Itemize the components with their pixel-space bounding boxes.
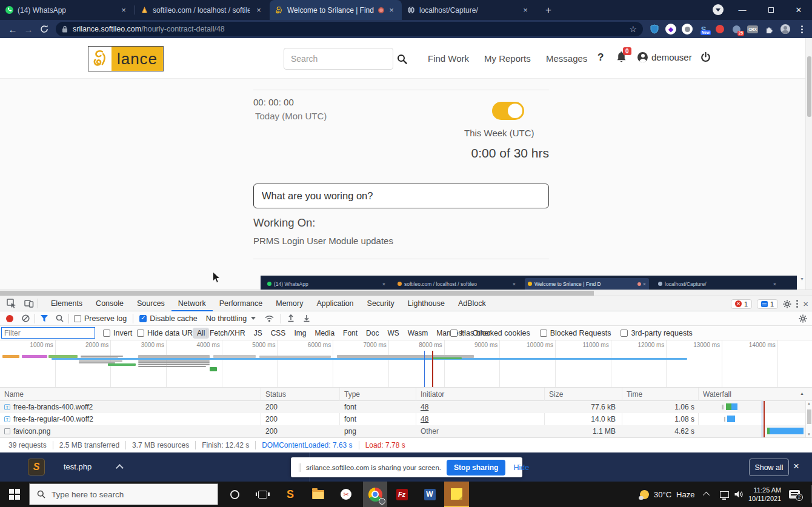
devtools-tab-adblock[interactable]: AdBlock <box>451 296 493 311</box>
volume-tray-button[interactable] <box>734 482 744 507</box>
tab-whatsapp[interactable]: (14) WhatsApp <box>0 0 135 20</box>
sort-asc-icon[interactable]: ▲ <box>800 391 804 396</box>
tab-close-icon[interactable] <box>521 5 530 15</box>
close-shelf-icon[interactable] <box>793 460 799 472</box>
gray-extension-icon[interactable] <box>682 24 693 35</box>
filter-type-fetch-xhr[interactable]: Fetch/XHR <box>210 329 245 337</box>
filter-type-js[interactable]: JS <box>254 329 262 337</box>
logout-power-icon[interactable] <box>701 52 711 63</box>
request-initiator-link[interactable]: 48 <box>421 403 428 411</box>
task-view-button[interactable] <box>250 482 275 507</box>
puzzle-extensions-icon[interactable] <box>764 24 774 35</box>
import-har-icon[interactable] <box>287 314 295 322</box>
profile-avatar[interactable] <box>780 24 791 35</box>
column-initiator[interactable]: Initiator <box>421 390 444 399</box>
taskbar-sublime[interactable] <box>278 482 302 507</box>
network-settings-icon[interactable] <box>799 314 807 323</box>
filter-funnel-icon[interactable] <box>40 314 48 322</box>
filter-type-doc[interactable]: Doc <box>366 329 379 337</box>
network-conditions-icon[interactable] <box>264 314 275 322</box>
request-row[interactable]: free-fa-brands-400.woff2 200 font 48 77.… <box>0 401 812 413</box>
crx-extension-icon[interactable]: CRX <box>747 24 758 35</box>
devtools-tab-sources[interactable]: Sources <box>130 296 171 311</box>
column-size[interactable]: Size <box>549 390 563 399</box>
taskbar-filezilla[interactable] <box>390 482 414 507</box>
forward-button[interactable]: → <box>21 24 36 35</box>
purple-extension-icon[interactable]: ◆ <box>665 24 676 35</box>
devtools-close-icon[interactable] <box>803 299 808 308</box>
record-network-log-icon[interactable] <box>6 315 13 322</box>
tab-localhost-capture[interactable]: localhost/Capture/ <box>402 0 536 20</box>
bookmark-star-icon[interactable] <box>629 24 637 34</box>
clear-network-log-icon[interactable] <box>22 314 30 322</box>
taskbar-chrome-active[interactable] <box>363 482 387 507</box>
disable-cache-checkbox[interactable]: Disable cache <box>139 314 198 323</box>
scrollbar-thumb[interactable] <box>807 56 811 117</box>
devtools-tab-elements[interactable]: Elements <box>44 296 89 311</box>
restore-button[interactable] <box>759 0 783 19</box>
network-search-icon[interactable] <box>56 314 64 322</box>
show-all-downloads-button[interactable]: Show all <box>749 459 789 476</box>
column-time[interactable]: Time <box>627 390 642 399</box>
network-tray-button[interactable] <box>720 482 729 507</box>
tab-close-icon[interactable] <box>387 5 396 15</box>
devtools-tab-lighthouse[interactable]: Lighthouse <box>401 296 451 311</box>
chrome-menu-icon[interactable] <box>796 24 807 35</box>
reload-button[interactable] <box>36 25 52 33</box>
close-window-button[interactable]: ✕ <box>787 0 811 19</box>
request-initiator-link[interactable]: 48 <box>421 415 428 423</box>
page-vertical-scrollbar[interactable] <box>805 38 812 290</box>
devtools-tab-application[interactable]: Application <box>310 296 360 311</box>
invert-checkbox[interactable]: Invert <box>103 329 132 337</box>
new-tab-button[interactable] <box>541 2 556 18</box>
taskbar-file-explorer[interactable] <box>306 482 330 507</box>
has-blocked-cookies-checkbox[interactable]: Has blocked cookies <box>450 329 530 337</box>
inspect-element-icon[interactable] <box>5 297 18 310</box>
filter-type-font[interactable]: Font <box>343 329 358 337</box>
column-status[interactable]: Status <box>265 390 286 399</box>
stop-sharing-button[interactable]: Stop sharing <box>447 460 505 476</box>
export-har-icon[interactable] <box>303 314 310 322</box>
minimize-button[interactable]: — <box>730 0 754 19</box>
chevron-up-icon[interactable] <box>116 464 124 472</box>
media-controls-button[interactable] <box>706 0 730 19</box>
request-row[interactable]: free-fa-regular-400.woff2 200 font 48 14… <box>0 413 812 425</box>
downloaded-file[interactable]: test.php <box>64 462 92 471</box>
tab-close-icon[interactable] <box>119 5 128 15</box>
scrollbar-thumb[interactable] <box>807 409 811 424</box>
shield-extension-icon[interactable] <box>649 24 660 35</box>
back-button[interactable]: ← <box>5 24 21 35</box>
action-center-button[interactable]: 2 <box>789 482 800 507</box>
scroll-up-icon[interactable]: ▲ <box>806 401 812 406</box>
devtools-tab-network[interactable]: Network <box>171 296 213 311</box>
devtools-tab-console[interactable]: Console <box>89 296 130 311</box>
address-bar[interactable]: srilance.softileo.com /hourly-contract-d… <box>56 22 643 36</box>
devtools-menu-icon[interactable] <box>796 299 798 309</box>
nav-find-work[interactable]: Find Work <box>428 53 469 65</box>
blocked-requests-checkbox[interactable]: Blocked Requests <box>540 329 611 337</box>
console-errors-badge[interactable]: 1 <box>731 299 752 309</box>
request-row[interactable]: favicon.png 200 png Other 1.1 MB 4.62 s <box>0 425 812 437</box>
column-type[interactable]: Type <box>344 390 360 399</box>
s-extension-icon[interactable]: SNew <box>698 24 709 35</box>
hide-data-urls-checkbox[interactable]: Hide data URLs <box>137 329 201 337</box>
network-filter-input[interactable] <box>1 327 95 339</box>
tray-overflow-button[interactable] <box>705 482 710 507</box>
drag-grip-icon[interactable] <box>299 463 299 472</box>
adblock-extension-icon[interactable] <box>714 24 725 35</box>
hide-sharing-button[interactable]: Hide <box>513 463 529 472</box>
site-search-icon[interactable] <box>397 54 407 64</box>
devtools-tab-performance[interactable]: Performance <box>213 296 270 311</box>
tab-softileo[interactable]: softileo.com / localhost / softileo <box>135 0 270 20</box>
weather-widget[interactable]: 30°C Haze <box>640 482 694 507</box>
start-button[interactable] <box>0 482 29 507</box>
column-name[interactable]: Name <box>4 390 24 399</box>
filter-type-ws[interactable]: WS <box>387 329 399 337</box>
taskbar-sticky-notes-active[interactable] <box>444 482 469 507</box>
taskbar-search-input[interactable] <box>52 490 197 499</box>
devtools-tab-security[interactable]: Security <box>361 296 401 311</box>
nav-my-reports[interactable]: My Reports <box>484 53 531 65</box>
filter-type-wasm[interactable]: Wasm <box>408 329 428 337</box>
taskbar-word[interactable] <box>418 482 442 507</box>
filter-type-img[interactable]: Img <box>294 329 306 337</box>
